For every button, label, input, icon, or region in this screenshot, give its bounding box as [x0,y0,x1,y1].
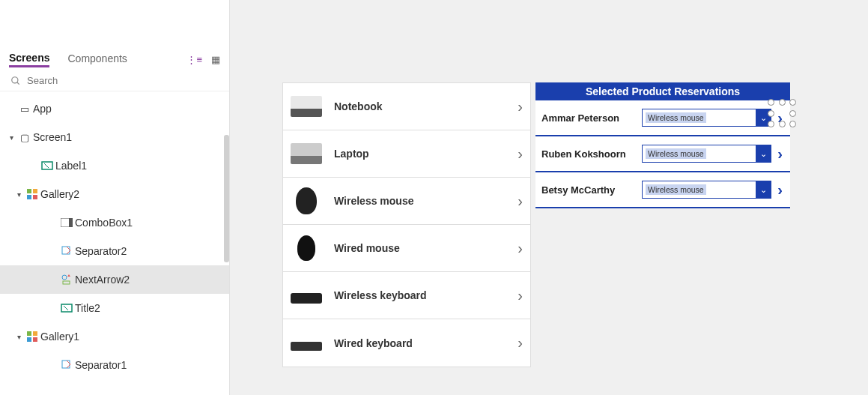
svg-point-11 [62,275,67,280]
product-name: Wired keyboard [334,337,506,349]
reservation-row[interactable]: Betsy McCarthyWireless mouse⌄› [535,172,790,208]
tree-label: Label1 [55,160,87,172]
product-combobox[interactable]: Wireless mouse⌄ [642,145,771,163]
combobox-selected: Wireless mouse [646,148,706,159]
tree-item-gallery2[interactable]: ▾Gallery2 [0,180,229,208]
gallery2-reservations[interactable]: Selected Product Reservations Ammar Pete… [535,82,790,208]
tree-label: App [33,103,52,115]
tree-item-label1[interactable]: Label1 [0,151,229,180]
tab-screens[interactable]: Screens [9,52,49,67]
product-row[interactable]: Wired mouse› [283,225,530,272]
product-name: Laptop [334,148,506,160]
product-row[interactable]: Notebook› [283,83,530,130]
product-combobox[interactable]: Wireless mouse⌄ [642,181,771,199]
reservations-header: Selected Product Reservations [535,82,790,100]
svg-point-0 [12,76,18,82]
separator-icon [61,246,73,256]
chevron-right-icon[interactable]: › [518,193,523,210]
next-arrow-icon[interactable]: › [776,145,784,163]
svg-rect-7 [33,195,37,199]
next-arrow-icon[interactable]: › [776,181,784,199]
gallery-icon [26,331,38,343]
tree-label: Separator2 [75,245,127,257]
tree-item-screen1[interactable]: ▾▢Screen1 [0,123,229,151]
scrollbar[interactable] [224,135,229,262]
grid-view-icon[interactable]: ▦ [211,54,220,65]
label-icon [61,302,73,314]
product-combobox[interactable]: Wireless mouse⌄ [642,109,771,127]
svg-line-1 [17,82,19,84]
combobox-icon [61,218,73,227]
chevron-right-icon[interactable]: › [518,98,523,115]
combobox-selected: Wireless mouse [646,112,706,123]
tree-collapse-icon[interactable]: ⋮≡ [186,54,202,65]
chevron-right-icon[interactable]: › [518,145,523,163]
icon-control-icon [61,274,73,286]
tree-item-separator1[interactable]: Separator1 [0,351,229,379]
svg-rect-9 [69,218,73,227]
svg-line-14 [64,306,68,310]
svg-rect-18 [33,337,37,342]
product-image [291,293,322,304]
product-name: Wireless mouse [334,195,506,207]
tree-item-app[interactable]: ▭App [0,94,229,123]
svg-rect-12 [63,281,70,284]
gallery1-products[interactable]: Notebook›Laptop›Wireless mouse›Wired mou… [282,82,531,367]
reservation-name: Ammar Peterson [541,112,637,124]
tree-item-separator2[interactable]: Separator2 [0,237,229,265]
tree-label: Separator1 [75,359,127,371]
product-name: Wired mouse [334,242,506,254]
product-name: Wireless keyboard [334,289,506,301]
product-row[interactable]: Wireless keyboard› [283,272,530,319]
tree-label: Gallery2 [40,188,79,200]
chevron-right-icon[interactable]: › [518,287,523,304]
tree-search[interactable] [0,70,229,91]
svg-rect-2 [42,162,52,169]
product-row[interactable]: Laptop› [283,130,530,178]
reservation-name: Betsy McCarthy [541,184,637,196]
product-image [291,143,322,164]
tree-item-combobox1[interactable]: ComboBox1 [0,208,229,237]
gallery-icon [26,188,38,200]
tree-label: Gallery1 [40,331,79,343]
search-input[interactable] [27,75,219,86]
svg-rect-10 [62,247,70,254]
search-icon [10,76,21,86]
svg-rect-19 [62,361,70,368]
svg-line-3 [44,163,49,168]
tree-item-nextarrow2[interactable]: NextArrow2 [0,265,229,294]
svg-rect-16 [33,331,37,336]
separator-icon [61,360,73,370]
product-image [291,342,322,351]
tree-item-gallery1[interactable]: ▾Gallery1 [0,322,229,351]
product-image [296,187,317,214]
svg-rect-6 [27,195,31,199]
chevron-down-icon[interactable]: ⌄ [756,109,771,126]
chevron-right-icon[interactable]: › [518,240,523,257]
chevron-right-icon[interactable]: › [518,334,523,352]
tree-label: NextArrow2 [75,274,130,286]
next-arrow-icon[interactable]: › [776,109,784,127]
reservation-row[interactable]: Ammar PetersonWireless mouse⌄› [535,100,790,136]
product-image [291,96,322,117]
combobox-selected: Wireless mouse [646,184,706,195]
tab-components[interactable]: Components [67,52,127,66]
tree-label: Screen1 [33,131,72,143]
tree-view-pane: Screens Components ⋮≡ ▦ ▭App ▾▢Screen1 L… [0,0,230,395]
tree-label: Title2 [75,302,100,314]
tree-item-title2[interactable]: Title2 [0,294,229,322]
svg-rect-5 [33,189,37,193]
canvas[interactable]: Notebook›Laptop›Wireless mouse›Wired mou… [230,0,868,395]
chevron-down-icon[interactable]: ⌄ [756,145,771,162]
reservation-name: Ruben Kokshoorn [541,148,637,160]
reservation-row[interactable]: Ruben KokshoornWireless mouse⌄› [535,136,790,172]
chevron-down-icon[interactable]: ⌄ [756,181,771,198]
svg-rect-4 [27,189,31,193]
svg-rect-17 [27,337,31,342]
tree-label: ComboBox1 [75,217,133,229]
product-image [297,235,315,261]
product-row[interactable]: Wireless mouse› [283,178,530,225]
product-row[interactable]: Wired keyboard› [283,319,530,367]
svg-rect-13 [61,304,72,312]
label-icon [41,160,53,172]
